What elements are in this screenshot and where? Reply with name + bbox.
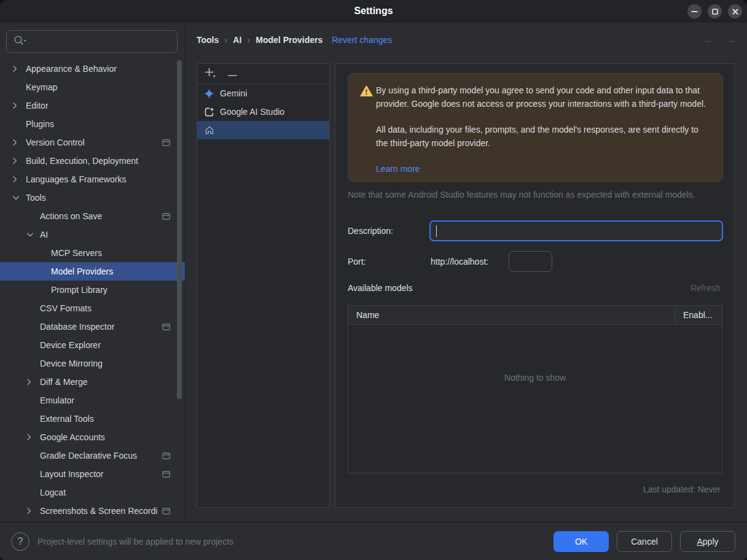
sidebar-tree-item[interactable]: Screenshots & Screen Recordi — [0, 502, 185, 520]
sidebar-tree-item[interactable]: Tools — [0, 189, 185, 207]
sidebar-tree-item[interactable]: Device Explorer — [0, 336, 185, 354]
port-input[interactable] — [509, 251, 552, 272]
provider-list-toolbar — [197, 64, 329, 84]
provider-list-item[interactable]: Gemini — [197, 84, 329, 103]
sidebar-tree-item[interactable]: Google Accounts — [0, 428, 185, 446]
question-mark-icon: ? — [18, 536, 23, 547]
provider-list-item[interactable] — [197, 121, 329, 139]
titlebar: Settings — [0, 0, 747, 22]
sidebar-tree-item[interactable]: Appearance & Behavior — [0, 60, 185, 78]
settings-badge-icon — [162, 471, 170, 478]
sidebar-tree-item[interactable]: Languages & Frameworks — [0, 170, 185, 189]
chevron-icon[interactable] — [12, 139, 26, 146]
provider-list-panel: Gemini Google AI Studio — [197, 63, 330, 508]
remove-provider-button[interactable] — [228, 69, 237, 79]
sidebar-tree-item[interactable]: Prompt Library — [0, 281, 185, 299]
chevron-icon[interactable] — [12, 157, 26, 165]
search-icon — [13, 34, 28, 49]
sidebar-tree-item[interactable]: Gradle Declarative Focus — [0, 446, 185, 465]
settings-tree: Appearance & Behavior Keymap Editor Plug… — [0, 60, 185, 520]
chevron-icon[interactable] — [12, 195, 26, 200]
help-button[interactable]: ? — [11, 532, 29, 551]
settings-badge-icon — [162, 213, 170, 220]
settings-sidebar: Appearance & Behavior Keymap Editor Plug… — [0, 22, 186, 522]
home-icon — [204, 125, 214, 135]
refresh-button[interactable]: Refresh — [690, 283, 721, 293]
port-label: Port: — [348, 257, 366, 266]
project-level-hint: Project-level settings will be applied t… — [37, 537, 233, 546]
column-header-name[interactable]: Name — [348, 306, 676, 324]
sidebar-tree-item[interactable]: Emulator — [0, 391, 185, 410]
gemini-icon — [204, 88, 214, 99]
maximize-button[interactable] — [708, 4, 722, 18]
description-input[interactable] — [429, 220, 723, 241]
text-caret — [436, 225, 437, 237]
chevron-icon[interactable] — [26, 232, 40, 237]
provider-list: Gemini Google AI Studio — [197, 84, 329, 139]
models-table-header: Name Enabl... — [348, 306, 722, 325]
revert-changes-link[interactable]: Revert changes — [332, 35, 392, 45]
port-prefix: http://localhost: — [431, 257, 488, 266]
warning-icon — [360, 85, 373, 101]
available-models-label: Available models — [348, 283, 413, 293]
sidebar-tree-item[interactable]: Build, Execution, Deployment — [0, 152, 185, 170]
learn-more-link[interactable]: Learn more — [376, 163, 420, 176]
breadcrumb-tools[interactable]: Tools — [197, 35, 219, 45]
sidebar-tree-item[interactable]: Editor — [0, 96, 185, 115]
sidebar-tree-item[interactable]: Model Providers — [0, 262, 185, 281]
add-provider-button[interactable] — [205, 68, 217, 80]
sidebar-tree-item[interactable]: Diff & Merge — [0, 373, 185, 391]
sidebar-tree-item[interactable]: Plugins — [0, 115, 185, 133]
sidebar-tree-item[interactable]: MCP Servers — [0, 244, 185, 262]
sidebar-tree-item[interactable]: Actions on Save — [0, 207, 185, 225]
close-icon — [732, 7, 738, 17]
breadcrumb: Tools › AI › Model Providers Revert chan… — [197, 22, 392, 57]
sidebar-tree-item[interactable]: CSV Formats — [0, 299, 185, 317]
search-input[interactable] — [6, 30, 178, 53]
back-arrow-icon[interactable]: ← — [703, 33, 714, 47]
column-header-enabled[interactable]: Enabl... — [676, 306, 722, 324]
model-provider-form-panel: By using a third-party model you agree t… — [335, 63, 735, 508]
minimize-button[interactable] — [687, 4, 702, 18]
settings-badge-icon — [162, 324, 170, 330]
models-table-empty-state: Nothing to show — [348, 325, 722, 473]
dialog-footer: ? Project-level settings will be applied… — [0, 522, 747, 560]
sidebar-tree-item[interactable]: External Tools — [0, 410, 185, 428]
last-updated-label: Last updated: Never — [643, 484, 721, 494]
chevron-icon[interactable] — [12, 176, 26, 183]
chevron-icon[interactable] — [26, 507, 40, 515]
sidebar-tree-item[interactable]: Device Mirroring — [0, 354, 185, 373]
cancel-button[interactable]: Cancel — [617, 531, 672, 552]
ai-studio-icon — [204, 107, 214, 117]
minus-icon — [228, 69, 237, 79]
forward-arrow-icon[interactable]: → — [724, 33, 736, 47]
close-button[interactable] — [728, 4, 742, 18]
chevron-icon[interactable] — [12, 65, 26, 72]
settings-badge-icon — [162, 139, 170, 146]
apply-button[interactable]: Apply — [680, 531, 735, 552]
sidebar-tree-item[interactable]: AI — [0, 225, 185, 244]
window-title: Settings — [0, 0, 747, 21]
sidebar-scrollbar[interactable] — [177, 60, 182, 399]
warning-paragraph-1: By using a third-party model you agree t… — [376, 84, 710, 111]
sidebar-tree-item[interactable]: Layout Inspector — [0, 465, 185, 483]
external-models-note: Note that some Android Studio features m… — [348, 190, 695, 200]
breadcrumb-ai[interactable]: AI — [233, 35, 241, 45]
sidebar-tree-item[interactable]: Database Inspector — [0, 317, 185, 336]
provider-list-item[interactable]: Google AI Studio — [197, 103, 329, 121]
chevron-icon[interactable] — [26, 378, 40, 386]
warning-paragraph-2: All data, including your files, prompts,… — [376, 123, 710, 150]
description-label: Description: — [348, 226, 393, 236]
sidebar-tree-item[interactable]: Keymap — [0, 78, 185, 96]
third-party-warning-banner: By using a third-party model you agree t… — [348, 73, 723, 182]
sidebar-tree-item[interactable]: Logcat — [0, 483, 185, 502]
chevron-icon[interactable] — [26, 434, 40, 441]
chevron-icon[interactable] — [12, 102, 26, 109]
settings-window: Settings — [0, 0, 747, 560]
settings-badge-icon — [162, 508, 170, 515]
sidebar-tree-item[interactable]: Version Control — [0, 133, 185, 152]
models-table: Name Enabl... Nothing to show — [348, 305, 722, 473]
breadcrumb-model-providers[interactable]: Model Providers — [256, 35, 323, 45]
ok-button[interactable]: OK — [553, 531, 609, 552]
breadcrumb-separator-icon: › — [247, 34, 250, 45]
